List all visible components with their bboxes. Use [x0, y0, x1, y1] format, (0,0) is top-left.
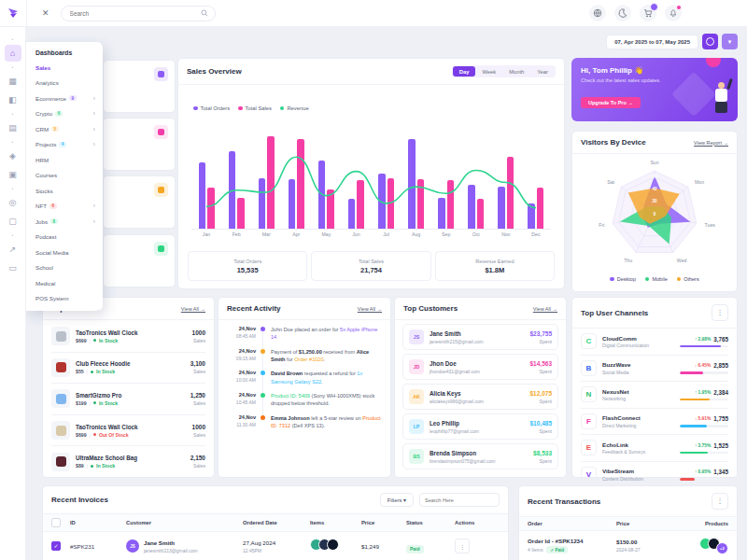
collapse-button[interactable]: ▾ [722, 34, 738, 49]
product-row[interactable]: UltraMaze School Bag$89|In Stock2,150Sal… [51, 446, 205, 477]
sales-totals: Total Orders15,535Total Sales21,754Reven… [188, 251, 555, 281]
app-logo[interactable] [0, 0, 27, 26]
menu-item-jobs[interactable]: Jobs8› [26, 214, 103, 230]
legend-label: Total Sales [246, 105, 272, 111]
filters-button[interactable]: Filters ▾ [380, 493, 414, 507]
bell-icon[interactable] [665, 5, 682, 21]
menu-item-hrm[interactable]: HRM [26, 152, 103, 168]
more-options-icon[interactable]: ⋮ [712, 304, 728, 321]
activity-item[interactable]: 24,Nov11:30 AMEmma Johnson left a 5-star… [226, 414, 383, 429]
product-row[interactable]: Club Fleece Hoodie$55|In Stock3,100Sales [51, 353, 205, 385]
diamond-icon[interactable]: ◈ [5, 147, 21, 164]
customer-name: Brenda Simpson [430, 450, 495, 456]
menu-item-social-media[interactable]: Social Media [26, 245, 103, 260]
select-all-checkbox[interactable] [51, 518, 61, 527]
customer-row[interactable]: AKAlicia Keysaliciakeys966@gmail.com$12,… [402, 384, 558, 410]
activity-item[interactable]: 24,Nov10:00 AMDavid Brown requested a re… [226, 370, 383, 385]
top-customers-card: Top Customers View All → JSJane Smithjan… [394, 297, 567, 478]
shopping-bag-icon [154, 67, 168, 81]
customer-row[interactable]: JSJane Smithjanesmith215@gmail.com$23,75… [402, 324, 558, 350]
menu-item-sales[interactable]: Sales [26, 60, 103, 76]
product-name: Club Fleece Hoodie [76, 360, 130, 367]
range-button-day[interactable]: Day [453, 66, 476, 77]
total-cell: Revenue Earned$1.8M [435, 251, 555, 281]
briefcase-icon[interactable]: ▢ [5, 213, 21, 230]
view-all-link[interactable]: View All → [181, 306, 205, 312]
apps-icon[interactable]: ▦ [5, 73, 21, 90]
menu-item-school[interactable]: School [26, 260, 103, 276]
channel-row[interactable]: BBuzzWaveSocial Media↓ 6.45%2,855 [581, 356, 728, 383]
menu-item-nft[interactable]: NFT6› [26, 199, 103, 215]
menu-item-label: Projects [35, 141, 56, 147]
status-badge: Paid [406, 545, 424, 553]
stock-status: Out Of Stock [99, 432, 129, 438]
activity-item[interactable]: 24,Nov08:45 AMJohn Doe placed an order f… [226, 326, 383, 341]
close-icon[interactable]: ✕ [42, 8, 49, 18]
cube-icon[interactable]: ◧ [5, 91, 21, 108]
menu-badge: 6 [49, 203, 57, 209]
activity-time: 10:45 AM [226, 399, 256, 405]
product-row[interactable]: TaoTronics Wall Clock$699|In Stock1000Sa… [51, 321, 205, 353]
home-icon[interactable]: ⌂ [5, 45, 21, 62]
product-price: $55 [76, 369, 84, 374]
menu-item-crypto[interactable]: Crypto6› [26, 106, 103, 122]
refresh-icon [706, 37, 714, 46]
channel-progress-bar [680, 452, 728, 455]
channel-row[interactable]: CCloudCommDigital Communication↑ 2.98%3,… [581, 329, 728, 356]
channel-row[interactable]: FFlashConnectDirect Marketing↓ 5.91%1,75… [581, 409, 728, 436]
top-products-card: Top Products View All → TaoTronics Wall … [42, 297, 215, 478]
gift-icon[interactable]: ▣ [5, 166, 21, 183]
total-label: Total Orders [233, 259, 261, 264]
channel-row[interactable]: NNexusNetNetworking↑ 1.95%2,384 [581, 382, 728, 409]
product-image [51, 327, 70, 345]
activity-date: 24,Nov [226, 392, 256, 398]
range-button-year[interactable]: Year [530, 66, 555, 77]
legend-label: Mobile [652, 276, 667, 282]
menu-item-stocks[interactable]: Stocks [26, 183, 103, 199]
invoice-row[interactable]: ✓#SPK231JSJane Smithjanesmith213@gmail.c… [43, 532, 508, 560]
month-label: Jul [371, 231, 401, 237]
month-label: Jun [341, 231, 371, 237]
more-options-icon[interactable]: ⋮ [712, 493, 728, 510]
compass-icon[interactable]: ◎ [5, 194, 21, 211]
activity-item[interactable]: 24,Nov09:15 AMPayment of $1,250.00 recei… [226, 348, 383, 363]
range-button-month[interactable]: Month [502, 66, 530, 77]
channel-row[interactable]: EEchoLinkFeedback & Surveys↑ 3.75%1,525 [581, 435, 728, 462]
range-button-week[interactable]: Week [475, 66, 502, 77]
menu-item-crm[interactable]: CRM5› [26, 121, 103, 137]
moon-icon[interactable] [614, 5, 631, 21]
timeline-dot [261, 371, 265, 375]
view-all-link[interactable]: View All → [533, 306, 557, 312]
menu-item-projects[interactable]: Projects4› [26, 137, 103, 153]
channel-row[interactable]: VVibeStreamContent Distribution↑ 0.95%1,… [581, 462, 728, 488]
chart-icon[interactable]: ↗ [5, 241, 21, 258]
row-checkbox[interactable]: ✓ [51, 541, 61, 551]
menu-item-medical[interactable]: Medical [26, 275, 103, 291]
activity-item[interactable]: 24,Nov10:45 AMProduct ID: 5409 (Sony WH-… [226, 392, 383, 407]
file-icon[interactable]: ▤ [5, 119, 21, 136]
recent-activity-card: Recent Activity View All → 24,Nov08:45 A… [218, 297, 391, 478]
upgrade-pro-button[interactable]: Upgrade To Pro → [581, 97, 641, 108]
row-actions-button[interactable]: ⋮ [455, 539, 470, 553]
transaction-row[interactable]: Order Id - #SPK12344 Items✓ Paid$150.002… [519, 531, 737, 560]
customer-row[interactable]: BSBrenda Simpsonbrendasimpson075@gmail.c… [402, 443, 558, 469]
view-report-link[interactable]: View Report → [694, 140, 728, 146]
wallet-icon[interactable]: ▭ [5, 259, 21, 276]
invoice-search-input[interactable] [419, 493, 500, 507]
menu-item-ecommerce[interactable]: Ecommerce9› [26, 91, 103, 106]
product-row[interactable]: SmartGizmo Pro$199|In Stock1,250Sales [51, 384, 205, 415]
customer-row[interactable]: JDJhon Doejhondoe431@gmail.com$14,563Spe… [402, 354, 558, 380]
menu-item-courses[interactable]: Courses [26, 168, 103, 184]
product-row[interactable]: TaoTronics Wall Clock$699|Out Of Stock10… [51, 415, 205, 447]
date-range-picker[interactable]: 07, Apr 2025 to 07, May 2025 [606, 35, 698, 49]
view-all-link[interactable]: View All → [358, 306, 382, 312]
column-header-customer: Customer [126, 520, 243, 525]
globe-icon[interactable] [589, 5, 606, 21]
search-input[interactable] [68, 9, 201, 18]
menu-item-podcast[interactable]: Podcast [26, 230, 103, 245]
cart-icon[interactable] [640, 5, 656, 21]
customer-row[interactable]: LPLeo Phillipleophillip77@gmail.com$10,4… [402, 413, 558, 440]
refresh-button[interactable] [702, 34, 718, 49]
menu-item-pos-system[interactable]: POS System [26, 291, 103, 307]
menu-item-analytics[interactable]: Analytics [26, 76, 103, 91]
